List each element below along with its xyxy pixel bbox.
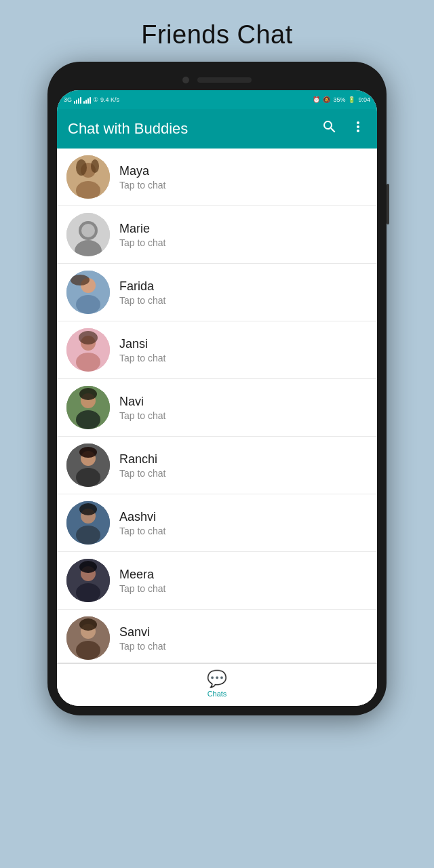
header-icons <box>321 119 366 139</box>
avatar-aashvi <box>66 501 110 545</box>
svg-point-31 <box>76 583 100 602</box>
svg-point-20 <box>79 388 97 400</box>
svg-point-4 <box>91 159 99 173</box>
contact-subtitle-jansi: Tap to chat <box>119 353 166 363</box>
chat-item-navi[interactable]: Navi Tap to chat <box>57 379 377 437</box>
avatar-jansi <box>66 328 110 372</box>
battery-icon: 🔋 <box>348 96 355 103</box>
avatar-ranchi <box>66 443 110 487</box>
contact-name-aashvi: Aashvi <box>119 510 166 524</box>
app-header-title: Chat with Buddies <box>68 120 188 138</box>
more-options-icon[interactable] <box>350 119 366 139</box>
chat-info-ranchi: Ranchi Tap to chat <box>119 452 166 479</box>
contact-name-navi: Navi <box>119 395 166 409</box>
search-icon[interactable] <box>321 119 338 139</box>
app-header: Chat with Buddies <box>57 109 377 149</box>
svg-point-11 <box>76 295 100 314</box>
svg-point-3 <box>76 159 87 176</box>
svg-point-36 <box>79 618 97 631</box>
chat-info-farida: Farida Tap to chat <box>119 279 166 306</box>
contact-subtitle-sanvi: Tap to chat <box>119 641 166 652</box>
chat-item-marie[interactable]: Marie Tap to chat <box>57 206 377 264</box>
svg-point-35 <box>76 641 100 660</box>
power-button <box>387 184 389 224</box>
svg-point-32 <box>79 561 97 573</box>
phone-screen: 3G ① 9.4 K/s ⏰ 🔕 35% <box>57 90 377 706</box>
avatar-meera <box>66 559 110 602</box>
bottom-nav: 💬 Chats <box>57 663 377 706</box>
signal-bars-1 <box>74 96 81 104</box>
svg-point-27 <box>76 526 100 545</box>
svg-point-24 <box>79 447 97 458</box>
chats-nav-label: Chats <box>208 690 227 698</box>
contact-name-jansi: Jansi <box>119 337 166 351</box>
chat-info-meera: Meera Tap to chat <box>119 568 166 594</box>
contact-name-farida: Farida <box>119 279 166 294</box>
avatar-sanvi <box>66 616 110 660</box>
nav-item-chats[interactable]: 💬 Chats <box>191 669 243 698</box>
signal-bars-2 <box>83 96 91 104</box>
chat-item-aashvi[interactable]: Aashvi Tap to chat <box>57 494 377 552</box>
sound-icon: 🔕 <box>323 96 330 103</box>
contact-name-sanvi: Sanvi <box>119 625 166 639</box>
chat-info-aashvi: Aashvi Tap to chat <box>119 510 166 536</box>
chat-item-farida[interactable]: Farida Tap to chat <box>57 264 377 321</box>
svg-point-19 <box>76 410 100 429</box>
contact-subtitle-marie: Tap to chat <box>119 237 166 248</box>
contact-name-maya: Maya <box>119 164 166 178</box>
avatar-marie <box>66 213 110 256</box>
svg-point-8 <box>81 224 95 237</box>
avatar-maya <box>66 155 110 199</box>
page-title: Friends Chat <box>141 20 293 50</box>
svg-point-16 <box>79 331 98 344</box>
chat-info-navi: Navi Tap to chat <box>119 395 166 421</box>
chat-info-marie: Marie Tap to chat <box>119 222 166 248</box>
chat-info-sanvi: Sanvi Tap to chat <box>119 625 166 652</box>
svg-point-28 <box>79 503 97 515</box>
chat-list: Maya Tap to chat Marie Tap to chat <box>57 149 377 663</box>
chat-item-jansi[interactable]: Jansi Tap to chat <box>57 321 377 379</box>
camera-dot <box>182 77 189 83</box>
contact-name-meera: Meera <box>119 568 166 582</box>
status-bar: 3G ① 9.4 K/s ⏰ 🔕 35% <box>57 90 377 109</box>
contact-subtitle-navi: Tap to chat <box>119 410 166 421</box>
chat-item-maya[interactable]: Maya Tap to chat <box>57 149 377 206</box>
contact-name-ranchi: Ranchi <box>119 452 166 467</box>
chats-nav-icon: 💬 <box>207 669 227 688</box>
speaker-bar <box>197 77 252 83</box>
contact-name-marie: Marie <box>119 222 166 236</box>
contact-subtitle-maya: Tap to chat <box>119 180 166 191</box>
data-speed: 9.4 K/s <box>100 96 119 103</box>
svg-point-15 <box>76 353 100 372</box>
phone-top-bar <box>57 71 377 90</box>
chat-info-jansi: Jansi Tap to chat <box>119 337 166 363</box>
status-right: ⏰ 🔕 35% 🔋 9:04 <box>313 96 370 103</box>
svg-point-12 <box>71 275 90 285</box>
contact-subtitle-farida: Tap to chat <box>119 295 166 306</box>
clock: 9:04 <box>358 96 370 103</box>
contact-subtitle-ranchi: Tap to chat <box>119 468 166 479</box>
chat-info-maya: Maya Tap to chat <box>119 164 166 191</box>
avatar-farida <box>66 271 110 314</box>
battery-pct: 35% <box>333 96 345 103</box>
svg-point-23 <box>76 468 100 487</box>
network-type: 3G <box>64 96 72 103</box>
contact-subtitle-meera: Tap to chat <box>119 583 166 594</box>
chat-item-sanvi[interactable]: Sanvi Tap to chat <box>57 610 377 663</box>
avatar-navi <box>66 386 110 429</box>
contact-subtitle-aashvi: Tap to chat <box>119 526 166 536</box>
chat-item-ranchi[interactable]: Ranchi Tap to chat <box>57 437 377 494</box>
status-left: 3G ① 9.4 K/s <box>64 96 119 104</box>
chat-item-meera[interactable]: Meera Tap to chat <box>57 552 377 610</box>
alarm-icon: ⏰ <box>313 96 320 103</box>
data-icon: ① <box>93 96 98 103</box>
phone-frame: 3G ① 9.4 K/s ⏰ 🔕 35% <box>47 62 387 715</box>
